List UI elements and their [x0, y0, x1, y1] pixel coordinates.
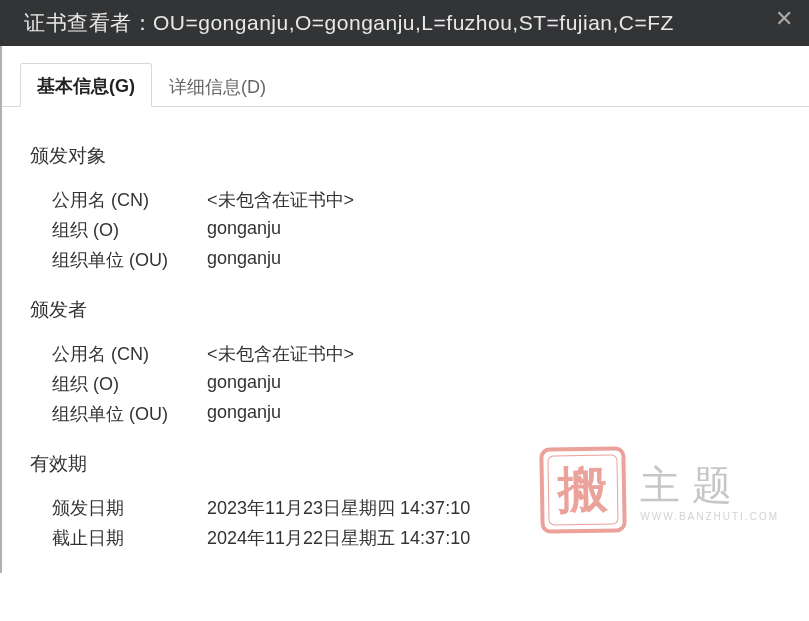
field-value-cn: <未包含在证书中>	[207, 342, 354, 366]
section-heading-validity: 有效期	[30, 451, 781, 477]
tab-details[interactable]: 详细信息(D)	[152, 64, 283, 107]
section-heading-issuer: 颁发者	[30, 297, 781, 323]
field-label-ou: 组织单位 (OU)	[52, 248, 207, 272]
field-row: 组织 (O) gonganju	[30, 215, 781, 245]
field-row: 截止日期 2024年11月22日星期五 14:37:10	[30, 523, 781, 553]
tabs: 基本信息(G) 详细信息(D)	[2, 62, 809, 107]
field-label-ou: 组织单位 (OU)	[52, 402, 207, 426]
field-row: 颁发日期 2023年11月23日星期四 14:37:10	[30, 493, 781, 523]
field-label-cn: 公用名 (CN)	[52, 342, 207, 366]
field-row: 公用名 (CN) <未包含在证书中>	[30, 339, 781, 369]
field-value-o: gonganju	[207, 372, 281, 396]
toolbar-gap	[0, 46, 809, 62]
field-label-cn: 公用名 (CN)	[52, 188, 207, 212]
section-heading-subject: 颁发对象	[30, 143, 781, 169]
field-value-expires: 2024年11月22日星期五 14:37:10	[207, 526, 470, 550]
tab-basic-info[interactable]: 基本信息(G)	[20, 63, 152, 107]
dialog-title: 证书查看者：OU=gonganju,O=gonganju,L=fuzhou,ST…	[24, 9, 674, 37]
field-label-o: 组织 (O)	[52, 372, 207, 396]
field-value-cn: <未包含在证书中>	[207, 188, 354, 212]
field-value-o: gonganju	[207, 218, 281, 242]
field-row: 公用名 (CN) <未包含在证书中>	[30, 185, 781, 215]
field-value-ou: gonganju	[207, 402, 281, 426]
dialog-content: 基本信息(G) 详细信息(D) 颁发对象 公用名 (CN) <未包含在证书中> …	[0, 62, 809, 573]
field-row: 组织单位 (OU) gonganju	[30, 399, 781, 429]
field-value-issued: 2023年11月23日星期四 14:37:10	[207, 496, 470, 520]
field-value-ou: gonganju	[207, 248, 281, 272]
field-row: 组织 (O) gonganju	[30, 369, 781, 399]
field-label-issued: 颁发日期	[52, 496, 207, 520]
field-row: 组织单位 (OU) gonganju	[30, 245, 781, 275]
close-icon[interactable]: ✕	[769, 6, 799, 32]
field-label-o: 组织 (O)	[52, 218, 207, 242]
tab-panel-basic: 颁发对象 公用名 (CN) <未包含在证书中> 组织 (O) gonganju …	[2, 107, 809, 573]
field-label-expires: 截止日期	[52, 526, 207, 550]
dialog-titlebar: 证书查看者：OU=gonganju,O=gonganju,L=fuzhou,ST…	[0, 0, 809, 46]
